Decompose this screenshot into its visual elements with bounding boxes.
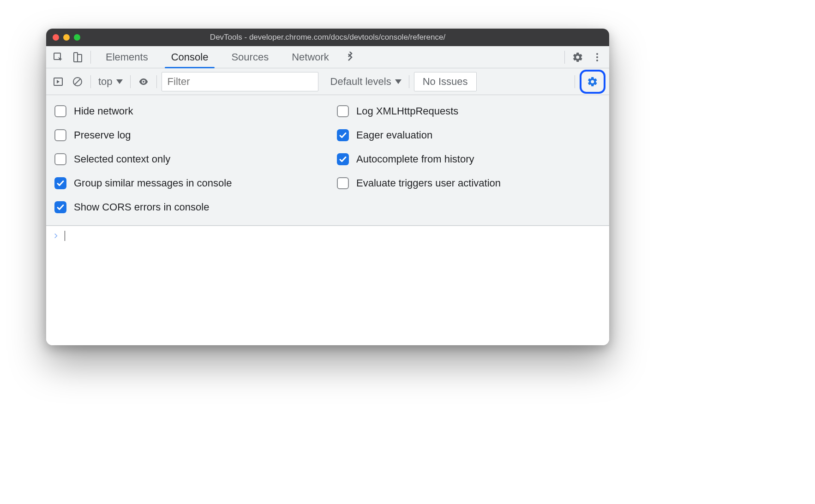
checkbox-icon — [54, 129, 66, 141]
devtools-tabstrip: Elements Console Sources Network — [46, 46, 609, 68]
svg-point-4 — [596, 56, 598, 58]
tab-sources[interactable]: Sources — [221, 46, 279, 68]
devtools-window: DevTools - developer.chrome.com/docs/dev… — [46, 29, 609, 345]
separator — [156, 75, 157, 88]
context-selector-label: top — [98, 76, 113, 88]
toggle-sidebar-icon[interactable] — [50, 73, 66, 90]
checkbox-selected-context-only[interactable]: Selected context only — [54, 153, 318, 165]
issues-button[interactable]: No Issues — [414, 72, 477, 91]
checkbox-icon — [337, 105, 349, 117]
tab-network[interactable]: Network — [282, 46, 339, 68]
text-caret — [65, 231, 65, 241]
chevron-right-icon — [53, 233, 59, 239]
svg-point-3 — [596, 53, 598, 55]
separator — [130, 75, 131, 88]
checkbox-label: Log XMLHttpRequests — [356, 105, 458, 117]
checkbox-log-xhr[interactable]: Log XMLHttpRequests — [337, 105, 601, 117]
window-traffic-lights — [53, 34, 80, 41]
svg-line-8 — [75, 79, 80, 84]
console-settings-panel: Hide network Log XMLHttpRequests Preserv… — [46, 95, 609, 226]
checkbox-label: Group similar messages in console — [74, 177, 232, 189]
checkbox-icon — [54, 105, 66, 117]
more-tabs-icon[interactable] — [342, 49, 359, 66]
context-selector[interactable]: top — [96, 76, 126, 88]
checkbox-hide-network[interactable]: Hide network — [54, 105, 318, 117]
window-title: DevTools - developer.chrome.com/docs/dev… — [46, 33, 609, 42]
console-settings-highlight — [580, 70, 605, 94]
checkbox-label: Eager evaluation — [356, 129, 432, 141]
svg-point-5 — [596, 60, 598, 61]
log-levels-selector[interactable]: Default levels — [328, 76, 404, 88]
separator — [90, 51, 91, 64]
tab-label: Network — [292, 51, 329, 63]
console-settings-icon[interactable] — [584, 73, 601, 90]
close-window-button[interactable] — [53, 34, 59, 41]
checkbox-eager-evaluation[interactable]: Eager evaluation — [337, 129, 601, 141]
svg-rect-1 — [74, 53, 78, 62]
devtools-menu-icon[interactable] — [589, 49, 605, 66]
svg-point-9 — [143, 81, 144, 83]
checkbox-group-similar-messages[interactable]: Group similar messages in console — [54, 177, 318, 189]
checkbox-icon — [337, 129, 349, 141]
separator — [564, 51, 565, 64]
checkbox-label: Hide network — [74, 105, 133, 117]
checkbox-evaluate-triggers-user-activation[interactable]: Evaluate triggers user activation — [337, 177, 601, 189]
checkbox-preserve-log[interactable]: Preserve log — [54, 129, 318, 141]
console-output-area[interactable] — [46, 226, 609, 345]
log-levels-label: Default levels — [330, 76, 391, 88]
minimize-window-button[interactable] — [63, 34, 70, 41]
checkbox-icon — [54, 201, 66, 213]
clear-console-icon[interactable] — [69, 73, 86, 90]
svg-rect-2 — [78, 54, 82, 62]
live-expression-icon[interactable] — [135, 73, 152, 90]
checkbox-show-cors-errors[interactable]: Show CORS errors in console — [54, 201, 318, 213]
checkbox-icon — [54, 153, 66, 165]
console-toolbar: top Default levels No Issues — [46, 68, 609, 95]
checkbox-icon — [337, 177, 349, 189]
console-prompt[interactable] — [46, 226, 609, 246]
tab-label: Sources — [231, 51, 269, 63]
separator — [90, 75, 91, 88]
separator — [575, 75, 575, 88]
toggle-device-toolbar-icon[interactable] — [69, 49, 86, 66]
devtools-settings-icon[interactable] — [569, 49, 586, 66]
filter-input[interactable] — [162, 72, 318, 91]
zoom-window-button[interactable] — [74, 34, 80, 41]
checkbox-label: Show CORS errors in console — [74, 201, 209, 213]
tab-label: Elements — [106, 51, 148, 63]
separator — [409, 75, 409, 88]
window-titlebar: DevTools - developer.chrome.com/docs/dev… — [46, 29, 609, 46]
chevron-down-icon — [395, 79, 402, 84]
checkbox-autocomplete-from-history[interactable]: Autocomplete from history — [337, 153, 601, 165]
checkbox-label: Autocomplete from history — [356, 153, 474, 165]
tab-console[interactable]: Console — [161, 46, 219, 68]
tab-elements[interactable]: Elements — [96, 46, 158, 68]
inspect-element-icon[interactable] — [50, 49, 66, 66]
checkbox-icon — [54, 177, 66, 189]
chevron-down-icon — [116, 79, 123, 84]
checkbox-icon — [337, 153, 349, 165]
tab-label: Console — [171, 51, 209, 63]
checkbox-label: Selected context only — [74, 153, 170, 165]
issues-button-label: No Issues — [423, 76, 468, 88]
checkbox-label: Evaluate triggers user activation — [356, 177, 501, 189]
checkbox-label: Preserve log — [74, 129, 131, 141]
